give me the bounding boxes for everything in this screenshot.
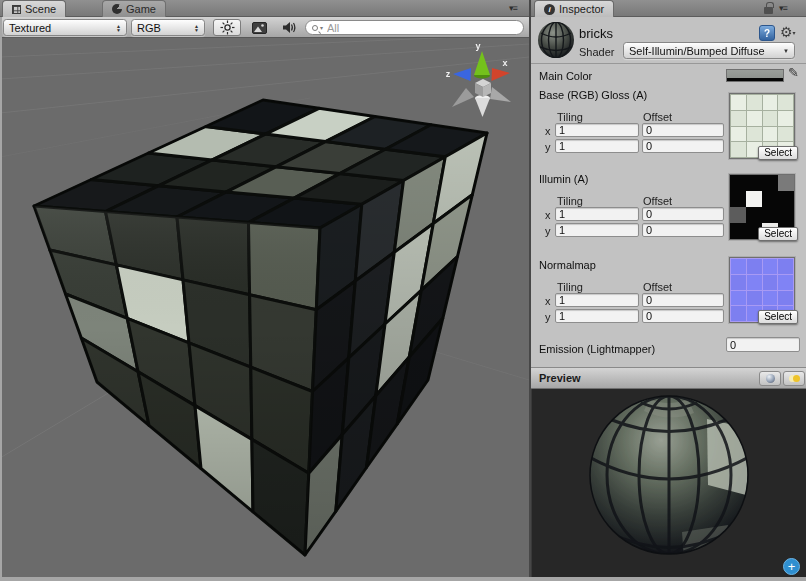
stepper-arrows-icon: ▲▼	[194, 24, 199, 32]
tab-scene[interactable]: Scene	[2, 0, 66, 17]
base-x-offset-input[interactable]	[642, 123, 724, 137]
eyedropper-icon[interactable]: ✎	[788, 65, 799, 80]
emission-label: Emission (Lightmapper)	[539, 343, 655, 355]
normalmap-select-button[interactable]: Select	[758, 310, 798, 324]
material-name: bricks	[579, 26, 613, 41]
lock-icon[interactable]	[764, 7, 773, 14]
speaker-icon	[282, 21, 297, 34]
section-label: Normalmap	[539, 259, 596, 271]
image-icon	[252, 22, 267, 34]
offset-header: Offset	[643, 281, 672, 293]
illumin-y-tiling-input[interactable]	[555, 223, 639, 237]
material-properties: Main Color ✎ Base (RGB) Gloss (A) Tiling…	[531, 64, 806, 367]
offset-header: Offset	[643, 195, 672, 207]
shader-dropdown[interactable]: Self-Illumin/Bumped Diffuse ▼	[623, 42, 795, 59]
base-y-offset-input[interactable]	[642, 139, 724, 153]
normalmap-texture-thumbnail[interactable]: Select	[729, 257, 795, 323]
tab-game[interactable]: Game	[102, 0, 166, 17]
tab-game-label: Game	[126, 3, 156, 15]
gizmo-x-label: x	[502, 58, 507, 68]
scene-search-field[interactable]: ▾	[305, 20, 524, 35]
scene-orientation-gizmo[interactable]: y x z	[446, 41, 511, 117]
draw-mode-value: Textured	[9, 22, 51, 34]
gear-icon[interactable]: ⚙▾	[780, 24, 796, 40]
base-x-tiling-input[interactable]	[555, 123, 639, 137]
base-texture-thumbnail[interactable]: Select	[729, 93, 795, 159]
shader-value: Self-Illumin/Bumped Diffuse	[629, 45, 765, 57]
draw-mode-dropdown[interactable]: Textured ▲▼	[3, 19, 127, 36]
offset-header: Offset	[643, 111, 672, 123]
x-row-label: x	[545, 209, 551, 221]
gizmo-x-cone[interactable]	[492, 68, 511, 81]
inspector-tabstrip: i Inspector ▾≡	[531, 0, 806, 17]
preview-area[interactable]: +	[531, 389, 806, 581]
preview-header[interactable]: Preview	[531, 367, 806, 389]
scene-panel-menu-icon[interactable]: ▾≡	[509, 3, 517, 13]
scene-audio-toggle[interactable]	[275, 19, 303, 36]
search-icon	[312, 25, 318, 31]
illumin-x-offset-input[interactable]	[642, 207, 724, 221]
normal-y-tiling-input[interactable]	[555, 309, 639, 323]
section-label: Illumin (A)	[539, 173, 589, 185]
add-preview-button[interactable]: +	[783, 558, 800, 575]
preview-sphere	[532, 389, 806, 581]
illumin-texture-thumbnail[interactable]: Select	[729, 174, 795, 240]
color-mode-dropdown[interactable]: RGB ▲▼	[131, 19, 205, 36]
tiling-header: Tiling	[557, 281, 583, 293]
window-left-edge	[0, 17, 2, 581]
preview-lighting-button[interactable]	[783, 371, 805, 386]
light-dot-icon	[793, 375, 800, 382]
sphere-icon	[766, 374, 775, 383]
illumin-y-offset-input[interactable]	[642, 223, 724, 237]
base-select-button[interactable]: Select	[758, 146, 798, 160]
search-scope-arrow-icon: ▾	[320, 24, 323, 31]
x-row-label: x	[545, 125, 551, 137]
scene-panel: Scene Game ▾≡ Textured ▲▼ RGB ▲▼	[0, 0, 529, 581]
normal-y-offset-input[interactable]	[642, 309, 724, 323]
illumin-select-button[interactable]: Select	[758, 227, 798, 241]
illumin-x-tiling-input[interactable]	[555, 207, 639, 221]
scene-fx-toggle[interactable]	[245, 19, 273, 36]
preview-mesh-button[interactable]	[759, 371, 781, 386]
base-y-tiling-input[interactable]	[555, 139, 639, 153]
dropdown-arrow-icon: ▼	[783, 48, 789, 54]
x-row-label: x	[545, 295, 551, 307]
emission-input[interactable]	[726, 337, 800, 352]
main-color-swatch[interactable]	[726, 69, 784, 82]
sun-icon	[220, 20, 235, 35]
help-icon[interactable]: ?	[759, 25, 775, 41]
game-controller-icon	[112, 4, 122, 14]
section-label: Base (RGB) Gloss (A)	[539, 89, 647, 101]
material-sphere-thumbnail	[537, 21, 575, 59]
preview-label: Preview	[539, 372, 581, 384]
y-row-label: y	[545, 311, 551, 323]
material-header: bricks Shader Self-Illumin/Bumped Diffus…	[531, 17, 806, 64]
normal-x-tiling-input[interactable]	[555, 293, 639, 307]
inspector-panel-menu-icon[interactable]: ▾≡	[779, 3, 787, 13]
tiling-header: Tiling	[557, 111, 583, 123]
scene-toolbar: Textured ▲▼ RGB ▲▼	[0, 17, 529, 38]
scene-viewport[interactable]: y x z	[0, 38, 529, 581]
gizmo-z-label: z	[446, 69, 451, 79]
tab-inspector-label: Inspector	[559, 3, 604, 15]
main-color-label: Main Color	[539, 70, 592, 82]
gizmo-z-cone[interactable]	[453, 68, 471, 81]
unity-editor-window: Scene Game ▾≡ Textured ▲▼ RGB ▲▼	[0, 0, 806, 581]
shader-label: Shader	[579, 46, 614, 58]
scene-grid-icon	[12, 5, 21, 14]
scene-tabstrip: Scene Game ▾≡	[0, 0, 529, 17]
search-input[interactable]	[325, 21, 517, 35]
scene-lighting-toggle[interactable]	[213, 19, 241, 36]
info-icon: i	[544, 4, 555, 15]
color-mode-value: RGB	[137, 22, 161, 34]
inspector-panel: i Inspector ▾≡	[531, 0, 806, 581]
tab-scene-label: Scene	[25, 3, 56, 15]
stepper-arrows-icon: ▲▼	[116, 24, 121, 32]
cube-object[interactable]	[34, 100, 487, 555]
normal-x-offset-input[interactable]	[642, 293, 724, 307]
y-row-label: y	[545, 225, 551, 237]
tab-inspector[interactable]: i Inspector	[534, 0, 614, 17]
gizmo-y-label: y	[475, 41, 480, 51]
y-row-label: y	[545, 141, 551, 153]
tiling-header: Tiling	[557, 195, 583, 207]
